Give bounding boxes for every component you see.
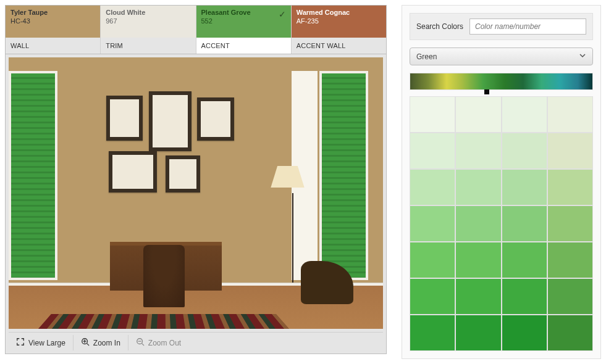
palette-cell[interactable]	[456, 315, 500, 350]
search-label: Search Colors	[416, 22, 463, 31]
swatch-chip: Pleasant Grove552✓	[196, 6, 291, 38]
swatch-name: Warmed Cognac	[297, 9, 381, 17]
palette-cell[interactable]	[502, 242, 547, 278]
palette-grid	[410, 96, 593, 351]
palette-cell[interactable]	[548, 315, 592, 350]
swatch-card-accent[interactable]: Pleasant Grove552✓ACCENT	[196, 6, 292, 54]
swatch-card-accent-wall[interactable]: Warmed CognacAF-235ACCENT WALL	[292, 6, 386, 54]
right-panel: Search Colors Green	[402, 5, 601, 359]
swatch-name: Cloud White	[106, 9, 190, 17]
color-spectrum[interactable]	[410, 73, 593, 90]
swatch-card-wall[interactable]: Tyler TaupeHC-43WALL	[6, 6, 101, 54]
zoom-in-button[interactable]: Zoom In	[74, 335, 128, 350]
wall-art	[106, 96, 248, 199]
palette-cell[interactable]	[502, 170, 547, 205]
palette-cell[interactable]	[502, 97, 547, 132]
swatch-code: 967	[106, 17, 190, 26]
view-large-label: View Large	[28, 339, 65, 347]
swatch-row: Tyler TaupeHC-43WALLCloud White967TRIMPl…	[5, 5, 387, 54]
palette-cell[interactable]	[410, 170, 455, 205]
palette-cell[interactable]	[410, 279, 455, 314]
chair	[143, 245, 185, 307]
palette-cell[interactable]	[502, 315, 547, 350]
palette-cell[interactable]	[548, 206, 592, 241]
swatch-code: HC-43	[11, 17, 95, 26]
palette-cell[interactable]	[456, 170, 500, 205]
palette-cell[interactable]	[502, 206, 547, 241]
palette-cell[interactable]	[410, 315, 455, 350]
swatch-chip: Warmed CognacAF-235	[292, 6, 386, 38]
palette-cell[interactable]	[548, 97, 592, 132]
palette-cell[interactable]	[548, 242, 592, 278]
swatch-chip: Cloud White967	[101, 6, 195, 38]
spectrum-indicator	[484, 89, 489, 94]
palette-cell[interactable]	[548, 133, 592, 168]
zoom-out-label: Zoom Out	[148, 339, 181, 347]
palette-cell[interactable]	[410, 133, 455, 168]
palette-cell[interactable]	[410, 242, 455, 278]
palette-cell[interactable]	[410, 97, 455, 132]
palette-cell[interactable]	[502, 279, 547, 314]
shutter-right	[319, 71, 368, 280]
palette-cell[interactable]	[456, 133, 500, 168]
swatch-chip: Tyler TaupeHC-43	[6, 6, 100, 38]
palette-cell[interactable]	[410, 206, 455, 241]
rug	[38, 314, 289, 329]
swatch-name: Tyler Taupe	[11, 9, 95, 17]
zoom-out-button[interactable]: Zoom Out	[128, 335, 188, 350]
swatch-code: 552	[201, 17, 286, 26]
shutter-left	[9, 71, 57, 280]
swatch-role: ACCENT WALL	[292, 38, 386, 54]
swatch-name: Pleasant Grove	[201, 9, 286, 17]
palette-cell[interactable]	[456, 97, 500, 132]
zoom-in-icon	[81, 337, 90, 348]
palette-cell[interactable]	[502, 133, 547, 168]
zoom-out-icon	[136, 337, 145, 348]
view-large-button[interactable]: View Large	[9, 335, 74, 350]
left-column: Tyler TaupeHC-43WALLCloud White967TRIMPl…	[5, 5, 387, 359]
search-input[interactable]	[469, 19, 586, 35]
swatch-role: WALL	[6, 38, 100, 54]
swatch-role: ACCENT	[196, 38, 291, 54]
room-preview	[9, 57, 383, 329]
palette-cell[interactable]	[456, 242, 500, 278]
palette-cell[interactable]	[456, 206, 500, 241]
check-icon: ✓	[279, 9, 286, 20]
preview-area: View Large Zoom In Zoom Out	[5, 54, 387, 354]
palette-cell[interactable]	[548, 279, 592, 314]
search-row: Search Colors	[410, 13, 593, 40]
preview-toolbar: View Large Zoom In Zoom Out	[9, 332, 383, 350]
palette-cell[interactable]	[456, 279, 500, 314]
lamp	[292, 193, 293, 286]
zoom-in-label: Zoom In	[93, 339, 120, 347]
palette-cell[interactable]	[548, 170, 592, 205]
color-family-select[interactable]: Green	[410, 48, 593, 65]
swatch-role: TRIM	[101, 38, 195, 54]
color-family-selected: Green	[416, 52, 437, 61]
chevron-down-icon	[579, 52, 586, 61]
expand-icon	[16, 337, 25, 348]
swatch-code: AF-235	[297, 17, 381, 26]
swatch-card-trim[interactable]: Cloud White967TRIM	[101, 6, 196, 54]
